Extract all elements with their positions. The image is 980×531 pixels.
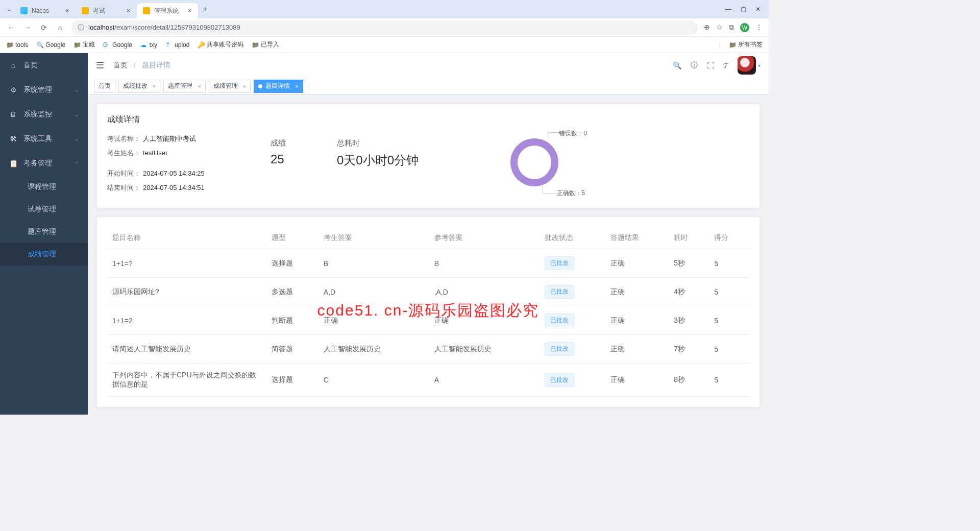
table-cell: 正确 bbox=[605, 249, 669, 278]
url-input[interactable]: ⓘ localhost/exam/score/detail/1258793109… bbox=[71, 20, 698, 35]
home-icon: ⌂ bbox=[9, 61, 17, 69]
cloud-icon: ☁ bbox=[140, 41, 148, 49]
close-icon[interactable]: ✕ bbox=[65, 8, 69, 14]
table-cell: 选择题 bbox=[266, 249, 318, 278]
hamburger-icon[interactable]: ☰ bbox=[96, 60, 104, 71]
tab-title: Nacos bbox=[32, 7, 49, 14]
sidebar: ⌂首页 ⚙系统管理⌄ 🖥系统监控⌄ 🛠系统工具⌄ 📋考务管理⌃ 课程管理 试卷管… bbox=[0, 53, 88, 415]
close-window-icon[interactable]: ✕ bbox=[755, 6, 761, 13]
profile-avatar[interactable]: W bbox=[740, 23, 749, 32]
bookmark-item[interactable]: 宝藏 bbox=[74, 40, 95, 49]
browser-tab-active[interactable]: 管理系统 ✕ bbox=[137, 3, 198, 18]
close-icon[interactable]: ✕ bbox=[126, 8, 131, 14]
search-icon[interactable]: 🔍 bbox=[673, 61, 681, 69]
sidebar-item-home[interactable]: ⌂首页 bbox=[0, 53, 88, 78]
font-size-icon[interactable]: 𝓣 bbox=[723, 61, 728, 70]
table-cell: 7秒 bbox=[669, 335, 709, 364]
view-tab[interactable]: 成绩批改× bbox=[118, 80, 160, 93]
bookmark-item[interactable]: ☁txy bbox=[140, 41, 157, 49]
help-icon[interactable]: ⓘ bbox=[691, 61, 698, 70]
minimize-icon[interactable]: — bbox=[725, 6, 731, 13]
close-icon[interactable]: × bbox=[243, 83, 246, 89]
chevron-down-icon[interactable]: ▾ bbox=[758, 63, 761, 68]
sidebar-item-exam-manage[interactable]: 📋考务管理⌃ bbox=[0, 151, 88, 176]
start-time-label: 开始时间： bbox=[107, 169, 143, 178]
table-header: 考生答案 bbox=[318, 227, 429, 249]
sidebar-subitem-score[interactable]: 成绩管理 bbox=[0, 243, 88, 266]
fullscreen-icon[interactable]: ⛶ bbox=[707, 61, 714, 69]
bookmark-item[interactable]: 已导入 bbox=[252, 40, 279, 49]
table-cell: 5 bbox=[709, 335, 749, 364]
close-icon[interactable]: × bbox=[153, 83, 156, 89]
score-label: 成绩 bbox=[271, 138, 286, 148]
bookmark-item[interactable]: 🔑共享账号密码 bbox=[198, 40, 243, 49]
bookmark-item[interactable]: ⇡uplod bbox=[165, 41, 189, 49]
tools-icon: 🛠 bbox=[9, 135, 17, 143]
sidebar-item-system-monitor[interactable]: 🖥系统监控⌄ bbox=[0, 102, 88, 127]
table-header: 参考答案 bbox=[429, 227, 540, 249]
table-header: 题型 bbox=[266, 227, 318, 249]
close-icon[interactable]: ✕ bbox=[187, 8, 192, 14]
new-tab-button[interactable]: + bbox=[198, 5, 212, 14]
table-row: 下列内容中，不属于CPU与外设之间交换的数据信息的是选择题CA已批改正确8秒5 bbox=[107, 364, 749, 397]
duration-value: 0天0小时0分钟 bbox=[337, 152, 419, 168]
sidebar-item-system-manage[interactable]: ⚙系统管理⌄ bbox=[0, 78, 88, 102]
status-tag[interactable]: 已批改 bbox=[545, 373, 574, 387]
folder-icon bbox=[6, 41, 13, 49]
table-cell: 1+1=2 bbox=[107, 306, 266, 335]
view-tab-active[interactable]: 题目详情× bbox=[254, 80, 303, 93]
bookmark-item[interactable]: tools bbox=[6, 41, 28, 49]
status-tag[interactable]: 已批改 bbox=[545, 342, 574, 356]
home-icon[interactable]: ⌂ bbox=[55, 23, 65, 32]
status-tag[interactable]: 已批改 bbox=[545, 256, 574, 270]
table-cell: 人工智能发展历史 bbox=[429, 335, 540, 364]
browser-tab[interactable]: 考试 ✕ bbox=[76, 3, 137, 18]
zoom-icon[interactable]: ⊕ bbox=[704, 23, 710, 32]
all-bookmarks[interactable]: 所有书签 bbox=[729, 40, 763, 49]
site-info-icon[interactable]: ⓘ bbox=[78, 23, 84, 32]
bookmark-item[interactable]: 🔍Google bbox=[36, 41, 65, 49]
table-header: 答题结果 bbox=[605, 227, 669, 249]
star-icon[interactable]: ☆ bbox=[716, 23, 723, 32]
chevron-down-icon[interactable]: ⌄ bbox=[4, 6, 14, 13]
user-avatar[interactable] bbox=[738, 56, 756, 75]
monitor-icon: 🖥 bbox=[9, 110, 17, 118]
maximize-icon[interactable]: ▢ bbox=[741, 6, 746, 13]
questions-table-card: 题目名称题型考生答案参考答案批改状态答题结果耗时得分 1+1=?选择题BB已批改… bbox=[97, 217, 760, 407]
reload-icon[interactable]: ⟳ bbox=[39, 23, 49, 32]
table-cell: 3秒 bbox=[669, 306, 709, 335]
status-tag[interactable]: 已批改 bbox=[545, 285, 574, 299]
sidebar-subitem-course[interactable]: 课程管理 bbox=[0, 176, 88, 198]
status-tag[interactable]: 已批改 bbox=[545, 313, 574, 327]
sidebar-item-system-tools[interactable]: 🛠系统工具⌄ bbox=[0, 127, 88, 151]
sidebar-subitem-question[interactable]: 题库管理 bbox=[0, 221, 88, 243]
sidebar-subitem-paper[interactable]: 试卷管理 bbox=[0, 198, 88, 221]
view-tabs: 首页 成绩批改× 题库管理× 成绩管理× 题目详情× bbox=[88, 78, 769, 95]
view-tab[interactable]: 成绩管理× bbox=[209, 80, 251, 93]
table-cell: 已批改 bbox=[540, 249, 605, 278]
table-cell: 多选题 bbox=[266, 278, 318, 306]
breadcrumb-home[interactable]: 首页 bbox=[113, 61, 128, 69]
view-tab[interactable]: 首页 bbox=[94, 80, 115, 93]
close-icon[interactable]: × bbox=[198, 83, 201, 89]
forward-icon[interactable]: → bbox=[22, 23, 33, 32]
back-icon[interactable]: ← bbox=[6, 23, 16, 32]
browser-tab[interactable]: Nacos ✕ bbox=[14, 3, 76, 18]
user-name-value: testUser bbox=[143, 149, 167, 157]
table-cell: B bbox=[429, 249, 540, 278]
browser-titlebar: ⌄ Nacos ✕ 考试 ✕ 管理系统 ✕ + — ▢ ✕ bbox=[0, 0, 769, 18]
view-tab[interactable]: 题库管理× bbox=[163, 80, 205, 93]
table-row: 1+1=?选择题BB已批改正确5秒5 bbox=[107, 249, 749, 278]
extensions-icon[interactable]: ⧉ bbox=[729, 23, 734, 32]
menu-icon[interactable]: ⋮ bbox=[755, 23, 763, 32]
close-icon[interactable]: × bbox=[295, 83, 298, 89]
table-cell: 正确 bbox=[429, 306, 540, 335]
table-cell: 正确 bbox=[605, 335, 669, 364]
table-cell: B bbox=[318, 249, 429, 278]
table-cell: 5 bbox=[709, 249, 749, 278]
duration-label: 总耗时 bbox=[337, 138, 419, 148]
score-value: 25 bbox=[271, 152, 286, 166]
table-cell: 下列内容中，不属于CPU与外设之间交换的数据信息的是 bbox=[107, 364, 266, 397]
bookmark-item[interactable]: GGoogle bbox=[103, 41, 132, 49]
tab-favicon bbox=[20, 7, 28, 14]
